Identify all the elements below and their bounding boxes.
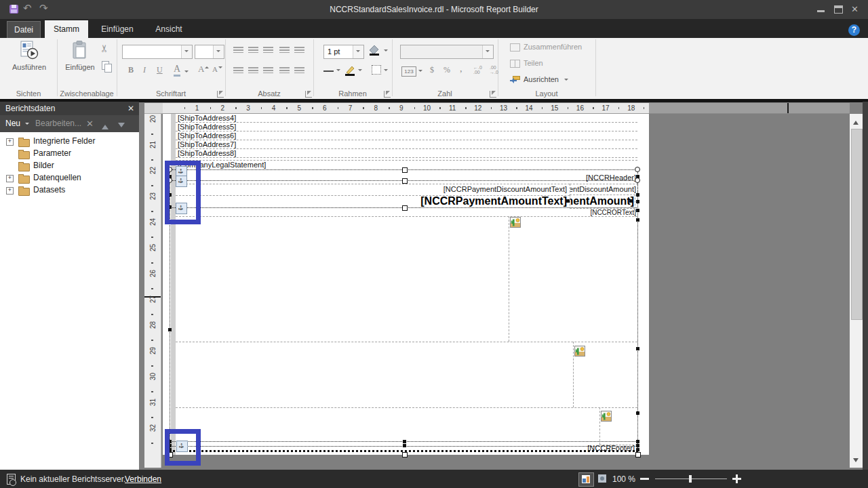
decrease-decimal-icon[interactable]: .00→.0	[490, 65, 498, 75]
expand-icon[interactable]: +	[6, 175, 14, 182]
shrink-font-button[interactable]: A	[212, 65, 218, 73]
numbering-icon[interactable]	[294, 67, 304, 75]
resize-handle[interactable]	[636, 209, 639, 212]
resize-handle[interactable]	[402, 178, 408, 184]
delete-icon[interactable]: ✕	[86, 115, 94, 132]
thousands-button[interactable]: ,	[460, 64, 462, 75]
font-color-dropdown[interactable]	[184, 70, 189, 75]
underline-button[interactable]: U	[157, 65, 163, 75]
connect-link[interactable]: Verbinden	[125, 474, 161, 484]
font-size-combo[interactable]	[195, 45, 224, 59]
number-format-icon[interactable]: 123	[401, 66, 416, 77]
fill-color-dropdown[interactable]	[384, 49, 388, 54]
resize-handle[interactable]	[636, 175, 639, 178]
align-right-icon[interactable]	[263, 67, 273, 75]
textbox-paymentamounttext[interactable]: [NCCRPaymentAmountText]	[292, 195, 567, 207]
copy-icon[interactable]	[102, 61, 109, 70]
restore-button[interactable]	[834, 5, 843, 14]
align-middle-icon[interactable]	[248, 47, 258, 55]
currency-button[interactable]: $	[430, 65, 434, 75]
zoom-in-button[interactable]	[732, 474, 741, 483]
resize-handle[interactable]	[635, 167, 640, 172]
minimize-button[interactable]	[817, 10, 825, 12]
line-color-icon[interactable]	[344, 65, 356, 77]
decrease-indent-icon[interactable]	[279, 47, 290, 55]
tab-datei[interactable]: Datei	[7, 21, 41, 39]
zoom-out-button[interactable]	[640, 478, 649, 480]
new-button[interactable]: Neu	[5, 115, 20, 132]
font-name-combo[interactable]	[122, 45, 193, 59]
textbox-paymentdiscountamounttext[interactable]: [NCCRPaymentDiscountAmountText]	[339, 185, 567, 193]
font-color-button[interactable]: A	[174, 64, 180, 77]
textbox-shiptoaddress5[interactable]: [ShipToAddress5]	[178, 123, 236, 131]
resize-handle[interactable]	[168, 328, 172, 331]
resize-handle[interactable]	[629, 199, 633, 203]
resize-handle[interactable]	[402, 167, 408, 173]
font-dialog-launcher[interactable]	[217, 91, 224, 98]
number-dialog-launcher[interactable]	[490, 91, 496, 98]
resize-handle[interactable]	[635, 452, 641, 458]
resize-handle[interactable]	[635, 178, 640, 183]
resize-handle[interactable]	[636, 218, 639, 222]
increase-decimal-icon[interactable]: ←.0.00	[473, 65, 482, 75]
textbox-shiptoaddress7[interactable]: [ShipToAddress7]	[178, 140, 236, 148]
grow-font-button[interactable]: A	[198, 64, 204, 75]
move-down-icon[interactable]	[118, 123, 125, 131]
percent-button[interactable]: %	[443, 65, 450, 75]
resize-handle[interactable]	[403, 444, 406, 447]
design-view-button[interactable]	[578, 472, 594, 487]
resize-handle[interactable]	[402, 452, 408, 458]
italic-button[interactable]: I	[143, 65, 146, 75]
scrollbar-thumb[interactable]	[851, 129, 863, 320]
align-left-icon[interactable]	[233, 67, 243, 75]
close-button[interactable]: ✕	[851, 4, 859, 14]
resize-handle[interactable]	[636, 347, 639, 350]
border-width-combo[interactable]: 1 pt	[323, 45, 364, 59]
borders-icon[interactable]	[372, 65, 381, 75]
textbox-shiptoaddress6[interactable]: [ShipToAddress6]	[178, 131, 236, 140]
textbox-shiptoaddress4[interactable]: [ShipToAddress4]	[178, 114, 236, 122]
help-icon[interactable]: ?	[848, 24, 860, 36]
increase-indent-icon[interactable]	[294, 47, 304, 55]
paragraph-dialog-launcher[interactable]	[305, 91, 312, 98]
textbox-paymentamount[interactable]: [NCCRPaymentAmount]	[570, 195, 635, 209]
new-dropdown-arrow[interactable]	[25, 123, 29, 127]
align-top-icon[interactable]	[233, 47, 243, 55]
tab-ansicht[interactable]: Ansicht	[146, 21, 191, 37]
textbox-nccrortext[interactable]: [NCCRORText]	[475, 209, 636, 216]
resize-handle[interactable]	[636, 448, 639, 451]
bold-button[interactable]: B	[128, 65, 134, 75]
align-center-icon[interactable]	[248, 67, 258, 75]
expand-icon[interactable]: +	[6, 187, 14, 195]
zoom-slider-handle[interactable]	[689, 475, 692, 483]
number-format-combo[interactable]	[400, 45, 494, 59]
scroll-up-arrow[interactable]	[853, 118, 859, 125]
align-bottom-icon[interactable]	[263, 47, 273, 55]
line-style-icon[interactable]	[323, 70, 334, 72]
border-dialog-launcher[interactable]	[384, 91, 391, 98]
run-view-button[interactable]	[595, 472, 610, 485]
tab-einfuegen[interactable]: Einfügen	[94, 21, 141, 37]
move-up-icon[interactable]	[102, 121, 108, 129]
resize-handle[interactable]	[636, 440, 639, 443]
resize-handle[interactable]	[403, 440, 406, 443]
panel-close-icon[interactable]: ✕	[127, 102, 134, 115]
resize-handle[interactable]	[636, 193, 639, 197]
resize-handle[interactable]	[636, 444, 639, 447]
cut-icon[interactable]: ✂	[98, 44, 111, 53]
textbox-shiptoaddress8[interactable]: [ShipToAddress8]	[178, 149, 236, 157]
resize-handle[interactable]	[402, 205, 408, 211]
borders-dropdown[interactable]	[384, 69, 388, 73]
fill-color-icon[interactable]	[369, 45, 380, 56]
scroll-down-arrow[interactable]	[853, 458, 859, 465]
bullets-icon[interactable]	[279, 67, 290, 75]
resize-handle[interactable]	[636, 411, 639, 415]
line-style-dropdown[interactable]	[336, 69, 340, 73]
image-placeholder-icon[interactable]	[510, 217, 521, 228]
tab-stamm[interactable]: Stamm	[45, 20, 88, 38]
image-placeholder-icon[interactable]	[574, 346, 585, 357]
image-placeholder-icon[interactable]	[601, 411, 612, 422]
number-format-dropdown[interactable]	[418, 70, 422, 74]
resize-handle[interactable]	[636, 200, 639, 203]
edit-button[interactable]: Bearbeiten...	[35, 115, 81, 132]
